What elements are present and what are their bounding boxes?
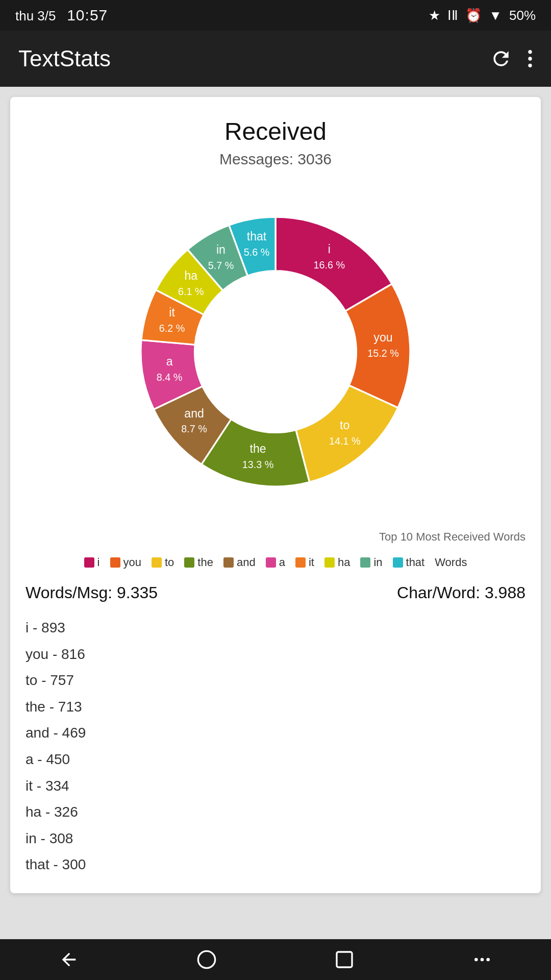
svg-text:15.2 %: 15.2 % [367, 348, 399, 359]
svg-text:5.7 %: 5.7 % [208, 260, 234, 271]
legend-color-it [295, 557, 306, 568]
char-per-word: Char/Word: 3.988 [397, 583, 525, 602]
signal-icon: ⅠⅡ [447, 8, 458, 23]
legend-item-it: it [295, 556, 314, 569]
svg-point-0 [528, 50, 532, 54]
main-content: Received Messages: 3036 i16.6 %you15.2 %… [0, 87, 551, 939]
legend-item-a: a [266, 556, 285, 569]
refresh-button[interactable] [490, 47, 512, 70]
svg-text:the: the [250, 442, 266, 455]
alarm-icon: ⏰ [465, 8, 482, 23]
more-options-button[interactable] [528, 47, 533, 70]
legend-color-the [184, 557, 194, 568]
app-bar-icons [490, 47, 533, 70]
svg-text:a: a [166, 355, 173, 368]
svg-point-23 [195, 271, 357, 433]
app-bar: TextStats [0, 31, 551, 87]
legend-label-and: and [237, 556, 256, 569]
legend-color-you [110, 557, 120, 568]
legend-color-that [393, 557, 403, 568]
svg-text:it: it [169, 306, 175, 319]
svg-point-26 [474, 958, 478, 962]
stats-row: Words/Msg: 9.335 Char/Word: 3.988 [26, 583, 525, 602]
svg-text:8.7 %: 8.7 % [181, 423, 207, 434]
svg-text:in: in [216, 243, 226, 256]
word-count-item: ha - 326 [26, 799, 525, 825]
svg-text:ha: ha [184, 269, 197, 282]
word-count-item: it - 334 [26, 773, 525, 799]
app-title: TextStats [18, 46, 111, 71]
word-count-item: i - 893 [26, 615, 525, 641]
chart-footnote: Top 10 Most Received Words [26, 530, 525, 544]
legend-color-ha [324, 557, 335, 568]
svg-point-1 [528, 57, 532, 60]
svg-text:6.1 %: 6.1 % [178, 286, 204, 297]
status-bar: thu 3/5 10:57 ★ ⅠⅡ ⏰ ▼ 50% [0, 0, 551, 31]
menu-button[interactable] [462, 939, 503, 980]
word-count-list: i - 893you - 816to - 757the - 713and - 4… [26, 615, 525, 878]
legend-label-to: to [165, 556, 174, 569]
status-icons: ★ ⅠⅡ ⏰ ▼ 50% [429, 8, 536, 23]
legend-label-that: that [406, 556, 425, 569]
svg-text:to: to [340, 419, 349, 432]
legend-label-ha: ha [338, 556, 350, 569]
legend-item-you: you [110, 556, 141, 569]
legend-item-ha: ha [324, 556, 350, 569]
words-per-msg: Words/Msg: 9.335 [26, 583, 158, 602]
legend-color-in [360, 557, 370, 568]
legend-item-in: in [360, 556, 382, 569]
legend-label-it: it [309, 556, 314, 569]
chart-legend: iyoutotheandaithainthatWords [26, 556, 525, 569]
svg-point-2 [528, 64, 532, 67]
stats-card: Received Messages: 3036 i16.6 %you15.2 %… [10, 97, 541, 893]
legend-label-the: the [197, 556, 213, 569]
legend-color-i [84, 557, 94, 568]
bottom-nav [0, 939, 551, 980]
word-count-item: a - 450 [26, 746, 525, 773]
svg-text:and: and [184, 407, 204, 420]
svg-point-27 [481, 958, 484, 962]
word-count-item: the - 713 [26, 694, 525, 720]
legend-item-and: and [223, 556, 256, 569]
svg-text:that: that [247, 230, 267, 243]
svg-text:6.2 %: 6.2 % [159, 323, 185, 334]
svg-text:13.3 %: 13.3 % [242, 459, 274, 470]
bluetooth-icon: ★ [429, 8, 440, 23]
chart-subtitle: Messages: 3036 [26, 151, 525, 168]
legend-item-that: that [393, 556, 425, 569]
battery-icon: 50% [509, 8, 536, 23]
legend-words-label: Words [435, 556, 467, 569]
back-button[interactable] [48, 939, 89, 980]
legend-color-and [223, 557, 234, 568]
svg-text:5.6 %: 5.6 % [244, 247, 270, 258]
home-button[interactable] [186, 939, 227, 980]
svg-point-28 [486, 958, 490, 962]
svg-text:16.6 %: 16.6 % [314, 259, 345, 271]
word-count-item: you - 816 [26, 641, 525, 668]
word-count-item: and - 469 [26, 720, 525, 746]
legend-label-i: i [97, 556, 100, 569]
legend-item-i: i [84, 556, 100, 569]
svg-point-24 [198, 951, 215, 968]
word-count-item: that - 300 [26, 851, 525, 878]
wifi-icon: ▼ [489, 8, 502, 23]
legend-label-in: in [373, 556, 382, 569]
legend-label-a: a [279, 556, 285, 569]
donut-chart: i16.6 %you15.2 %to14.1 %the13.3 %and8.7 … [107, 183, 444, 520]
legend-color-to [152, 557, 162, 568]
recents-button[interactable] [324, 939, 365, 980]
svg-text:14.1 %: 14.1 % [329, 435, 361, 447]
svg-text:i: i [328, 242, 331, 256]
legend-label-you: you [123, 556, 141, 569]
status-datetime: thu 3/5 10:57 [15, 7, 108, 24]
word-count-item: to - 757 [26, 667, 525, 694]
chart-title: Received [26, 117, 525, 145]
legend-color-a [266, 557, 276, 568]
svg-rect-25 [337, 952, 352, 967]
svg-text:8.4 %: 8.4 % [157, 372, 183, 383]
legend-item-to: to [152, 556, 174, 569]
legend-item-the: the [184, 556, 213, 569]
svg-text:you: you [373, 331, 392, 344]
word-count-item: in - 308 [26, 825, 525, 852]
